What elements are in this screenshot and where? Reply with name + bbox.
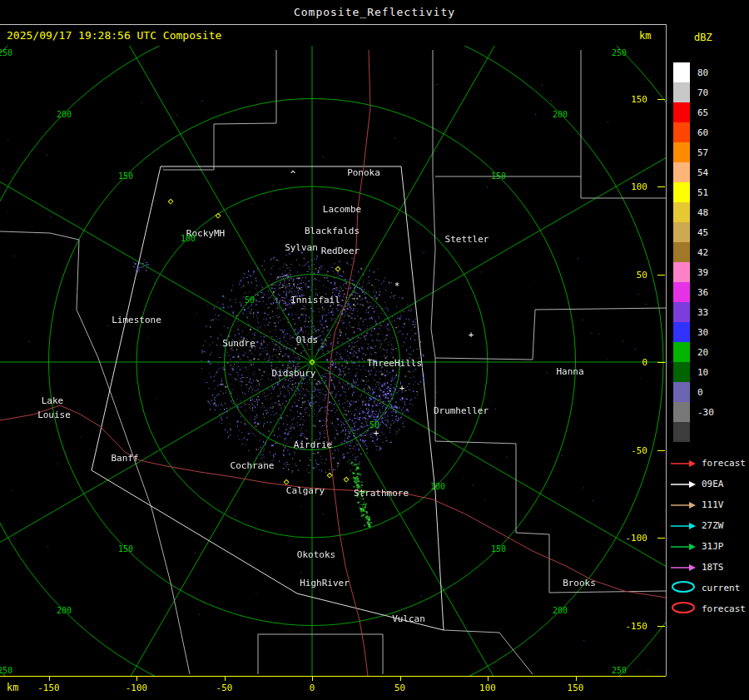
track-ellipse-icon	[670, 600, 697, 618]
x-axis-tick	[576, 677, 577, 681]
x-axis-label: 0	[310, 683, 315, 693]
colorbar-value: 45	[697, 227, 708, 238]
colorbar-swatch	[673, 262, 690, 282]
colorbar-item: 39	[673, 262, 714, 282]
colorbar-item: 0	[673, 382, 714, 402]
colorbar-item: 70	[673, 82, 714, 102]
track-arrow-icon	[670, 518, 697, 534]
legend-item: 111V	[670, 494, 746, 515]
colorbar-item: 54	[673, 162, 714, 182]
track-arrow-icon	[670, 476, 697, 492]
colorbar-value: 30	[697, 327, 708, 338]
legend-label: current	[702, 583, 740, 593]
legend-item: 27ZW	[670, 515, 746, 536]
x-axis-label: -50	[216, 683, 233, 693]
colorbar-swatch	[673, 142, 690, 162]
track-arrow-icon	[670, 539, 697, 554]
colorbar-value: -30	[697, 407, 714, 418]
colorbar-item: 57	[673, 142, 714, 162]
colorbar-item: 10	[673, 362, 714, 382]
radar-viewer-window: Composite_Reflectivity 2025/09/17 19:28:…	[0, 0, 749, 700]
colorbar-item: 42	[673, 242, 714, 262]
colorbar-item: 45	[673, 222, 714, 242]
x-axis-tick	[488, 677, 489, 681]
legend-item: 31JP	[670, 536, 746, 557]
colorbar-swatch	[673, 62, 690, 82]
legend-label: 09EA	[702, 479, 724, 489]
colorbar-value: 20	[697, 347, 708, 358]
colorbar-value: 42	[697, 247, 708, 258]
legend-label: 18TS	[702, 562, 724, 573]
track-legend: forecast09EA111V27ZW31JP18TScurrentforec…	[670, 453, 746, 619]
x-axis-label: 50	[394, 683, 405, 693]
colorbar-value: 36	[697, 287, 708, 298]
unit-label-top: km	[639, 30, 651, 42]
colorbar-value: 54	[697, 167, 708, 178]
colorbar-value: 60	[697, 127, 708, 138]
legend-item: 09EA	[670, 474, 746, 494]
colorbar-swatch	[673, 222, 690, 242]
legend-label: 111V	[702, 499, 724, 510]
colorbar-item: 33	[673, 302, 714, 322]
colorbar-swatch	[673, 362, 690, 382]
track-arrow-icon	[670, 455, 697, 471]
track-arrow-icon	[670, 559, 697, 575]
colorbar-swatch	[673, 82, 690, 102]
colorbar-swatch	[673, 182, 690, 202]
legend-label: 31JP	[702, 541, 724, 552]
x-axis: -150-100-50050100150	[0, 677, 666, 700]
legend-label: forecast	[702, 458, 746, 469]
x-axis-label: 100	[479, 683, 496, 693]
x-axis-tick	[312, 677, 313, 681]
colorbar-value: 51	[697, 187, 708, 198]
legend-label: 27ZW	[702, 520, 724, 531]
colorbar-swatch	[673, 242, 690, 262]
side-panel: dBZ 807065605754514845423936333020100-30…	[667, 24, 749, 700]
unit-label-bottom: km	[7, 682, 18, 693]
colorbar-swatch	[673, 422, 690, 442]
colorbar-value: 65	[697, 107, 708, 118]
colorbar-swatch	[673, 402, 690, 422]
legend-item: forecast	[670, 453, 746, 474]
colorbar-item: 30	[673, 322, 714, 342]
colorbar-swatch	[673, 342, 690, 362]
colorbar-value: 10	[697, 367, 708, 378]
colorbar-item: 80	[673, 62, 714, 82]
x-axis-tick	[225, 677, 226, 681]
colorbar-value: 33	[697, 307, 708, 318]
x-axis-tick	[136, 677, 137, 681]
colorbar-item: -30	[673, 402, 714, 422]
x-axis-tick	[400, 677, 401, 681]
colorbar-swatch	[673, 122, 690, 142]
x-axis-tick	[49, 677, 50, 681]
track-ellipse-icon	[670, 579, 697, 598]
colorbar-value: 0	[697, 387, 703, 398]
colorbar-swatch	[673, 102, 690, 122]
colorbar-swatch	[673, 202, 690, 222]
radar-canvas[interactable]	[0, 46, 666, 676]
colorbar-item: 36	[673, 282, 714, 302]
colorbar-swatch	[673, 322, 690, 342]
colorbar-item: 51	[673, 182, 714, 202]
legend-item: forecast	[670, 598, 746, 619]
window-title: Composite_Reflectivity	[0, 0, 749, 25]
legend-item: 18TS	[670, 557, 746, 578]
legend-item: current	[670, 578, 746, 598]
track-arrow-icon	[670, 497, 697, 513]
colorbar-swatch	[673, 302, 690, 322]
colorbar-item: 20	[673, 342, 714, 362]
colorbar: 807065605754514845423936333020100-30	[673, 62, 714, 442]
colorbar-value: 80	[697, 67, 708, 78]
radar-map[interactable]: PonokaLacombeBlackfaldsSylvanRedDeerRock…	[0, 46, 666, 677]
colorbar-item	[673, 422, 714, 442]
colorbar-item: 65	[673, 102, 714, 122]
x-axis-label: 150	[568, 683, 584, 693]
colorbar-value: 39	[697, 267, 708, 278]
colorbar-swatch	[673, 382, 690, 402]
scan-timestamp: 2025/09/17 19:28:56 UTC Composite	[7, 29, 221, 42]
colorbar-value: 57	[697, 147, 708, 158]
colorbar-title: dBZ	[694, 32, 712, 43]
colorbar-item: 60	[673, 122, 714, 142]
x-axis-label: -150	[37, 683, 60, 693]
legend-label: forecast	[702, 603, 746, 614]
